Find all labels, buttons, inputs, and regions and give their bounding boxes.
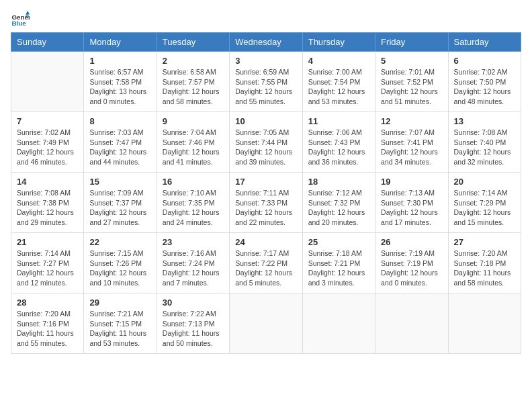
calendar-cell: 7Sunrise: 7:02 AMSunset: 7:49 PMDaylight… xyxy=(11,112,84,173)
calendar-cell: 16Sunrise: 7:10 AMSunset: 7:35 PMDayligh… xyxy=(157,173,229,233)
calendar-cell: 25Sunrise: 7:18 AMSunset: 7:21 PMDayligh… xyxy=(302,233,375,293)
day-info: Sunrise: 7:11 AMSunset: 7:33 PMDaylight:… xyxy=(235,188,296,228)
calendar-cell: 10Sunrise: 7:05 AMSunset: 7:44 PMDayligh… xyxy=(230,112,302,173)
day-number: 27 xyxy=(454,237,515,247)
day-info: Sunrise: 7:08 AMSunset: 7:40 PMDaylight:… xyxy=(454,128,515,167)
day-number: 18 xyxy=(308,177,369,187)
day-info: Sunrise: 7:04 AMSunset: 7:46 PMDaylight:… xyxy=(163,128,224,167)
day-info: Sunrise: 7:08 AMSunset: 7:38 PMDaylight:… xyxy=(17,188,78,228)
calendar-cell: 2Sunrise: 6:58 AMSunset: 7:57 PMDaylight… xyxy=(157,52,229,112)
weekday-header-monday: Monday xyxy=(84,33,157,52)
day-number: 10 xyxy=(235,116,296,126)
day-info: Sunrise: 7:01 AMSunset: 7:52 PMDaylight:… xyxy=(381,67,442,107)
day-info: Sunrise: 7:14 AMSunset: 7:29 PMDaylight:… xyxy=(454,188,515,228)
day-number: 29 xyxy=(89,298,150,308)
day-number: 25 xyxy=(308,237,369,247)
day-info: Sunrise: 7:00 AMSunset: 7:54 PMDaylight:… xyxy=(308,67,369,107)
calendar-cell: 6Sunrise: 7:02 AMSunset: 7:50 PMDaylight… xyxy=(448,52,521,112)
day-info: Sunrise: 6:59 AMSunset: 7:55 PMDaylight:… xyxy=(235,67,296,107)
day-info: Sunrise: 7:20 AMSunset: 7:18 PMDaylight:… xyxy=(454,248,515,288)
calendar-cell: 23Sunrise: 7:16 AMSunset: 7:24 PMDayligh… xyxy=(157,233,229,293)
day-info: Sunrise: 7:22 AMSunset: 7:13 PMDaylight:… xyxy=(163,309,224,349)
calendar-cell: 11Sunrise: 7:06 AMSunset: 7:43 PMDayligh… xyxy=(302,112,375,173)
week-row-1: 1Sunrise: 6:57 AMSunset: 7:58 PMDaylight… xyxy=(11,52,521,112)
day-number: 1 xyxy=(89,56,150,66)
day-info: Sunrise: 7:02 AMSunset: 7:49 PMDaylight:… xyxy=(17,128,78,167)
day-number: 5 xyxy=(381,56,442,66)
calendar-cell: 22Sunrise: 7:15 AMSunset: 7:26 PMDayligh… xyxy=(84,233,157,293)
day-info: Sunrise: 7:14 AMSunset: 7:27 PMDaylight:… xyxy=(17,248,78,288)
week-row-5: 28Sunrise: 7:20 AMSunset: 7:16 PMDayligh… xyxy=(11,293,521,354)
calendar-cell: 29Sunrise: 7:21 AMSunset: 7:15 PMDayligh… xyxy=(84,293,157,354)
day-number: 21 xyxy=(17,237,78,247)
day-info: Sunrise: 7:13 AMSunset: 7:30 PMDaylight:… xyxy=(381,188,442,228)
calendar-cell xyxy=(448,293,521,354)
calendar-cell: 12Sunrise: 7:07 AMSunset: 7:41 PMDayligh… xyxy=(375,112,448,173)
day-info: Sunrise: 7:18 AMSunset: 7:21 PMDaylight:… xyxy=(308,248,369,288)
week-row-3: 14Sunrise: 7:08 AMSunset: 7:38 PMDayligh… xyxy=(11,173,521,233)
svg-text:Blue: Blue xyxy=(11,19,26,27)
day-number: 9 xyxy=(163,116,224,126)
logo: General Blue xyxy=(11,11,32,30)
weekday-header-thursday: Thursday xyxy=(302,33,375,52)
day-number: 20 xyxy=(454,177,515,187)
weekday-header-tuesday: Tuesday xyxy=(157,33,229,52)
day-info: Sunrise: 7:21 AMSunset: 7:15 PMDaylight:… xyxy=(89,309,150,349)
day-info: Sunrise: 6:58 AMSunset: 7:57 PMDaylight:… xyxy=(163,67,224,107)
day-info: Sunrise: 7:16 AMSunset: 7:24 PMDaylight:… xyxy=(163,248,224,288)
calendar-cell: 15Sunrise: 7:09 AMSunset: 7:37 PMDayligh… xyxy=(84,173,157,233)
calendar-cell: 5Sunrise: 7:01 AMSunset: 7:52 PMDaylight… xyxy=(375,52,448,112)
day-number: 22 xyxy=(89,237,150,247)
day-info: Sunrise: 7:10 AMSunset: 7:35 PMDaylight:… xyxy=(163,188,224,228)
day-info: Sunrise: 7:03 AMSunset: 7:47 PMDaylight:… xyxy=(89,128,150,167)
calendar-cell: 1Sunrise: 6:57 AMSunset: 7:58 PMDaylight… xyxy=(84,52,157,112)
day-number: 16 xyxy=(163,177,224,187)
calendar-cell: 19Sunrise: 7:13 AMSunset: 7:30 PMDayligh… xyxy=(375,173,448,233)
day-info: Sunrise: 7:07 AMSunset: 7:41 PMDaylight:… xyxy=(381,128,442,167)
calendar-cell: 26Sunrise: 7:19 AMSunset: 7:19 PMDayligh… xyxy=(375,233,448,293)
calendar-cell xyxy=(11,52,84,112)
calendar-cell xyxy=(375,293,448,354)
day-number: 2 xyxy=(163,56,224,66)
day-info: Sunrise: 7:19 AMSunset: 7:19 PMDaylight:… xyxy=(381,248,442,288)
day-info: Sunrise: 7:15 AMSunset: 7:26 PMDaylight:… xyxy=(89,248,150,288)
calendar-cell: 27Sunrise: 7:20 AMSunset: 7:18 PMDayligh… xyxy=(448,233,521,293)
day-number: 17 xyxy=(235,177,296,187)
day-number: 24 xyxy=(235,237,296,247)
day-info: Sunrise: 6:57 AMSunset: 7:58 PMDaylight:… xyxy=(89,67,150,107)
day-number: 15 xyxy=(89,177,150,187)
weekday-header-friday: Friday xyxy=(375,33,448,52)
day-info: Sunrise: 7:02 AMSunset: 7:50 PMDaylight:… xyxy=(454,67,515,107)
calendar-cell: 28Sunrise: 7:20 AMSunset: 7:16 PMDayligh… xyxy=(11,293,84,354)
day-number: 12 xyxy=(381,116,442,126)
day-number: 6 xyxy=(454,56,515,66)
calendar-cell: 14Sunrise: 7:08 AMSunset: 7:38 PMDayligh… xyxy=(11,173,84,233)
day-number: 7 xyxy=(17,116,78,126)
day-info: Sunrise: 7:12 AMSunset: 7:32 PMDaylight:… xyxy=(308,188,369,228)
day-number: 30 xyxy=(163,298,224,308)
logo-icon: General Blue xyxy=(11,11,30,30)
day-number: 28 xyxy=(17,298,78,308)
calendar-cell xyxy=(302,293,375,354)
calendar-cell: 24Sunrise: 7:17 AMSunset: 7:22 PMDayligh… xyxy=(230,233,302,293)
calendar-cell: 20Sunrise: 7:14 AMSunset: 7:29 PMDayligh… xyxy=(448,173,521,233)
day-number: 23 xyxy=(163,237,224,247)
weekday-header-sunday: Sunday xyxy=(11,33,84,52)
day-number: 19 xyxy=(381,177,442,187)
calendar-cell xyxy=(230,293,302,354)
day-info: Sunrise: 7:05 AMSunset: 7:44 PMDaylight:… xyxy=(235,128,296,167)
calendar-cell: 21Sunrise: 7:14 AMSunset: 7:27 PMDayligh… xyxy=(11,233,84,293)
weekday-header-wednesday: Wednesday xyxy=(230,33,302,52)
day-info: Sunrise: 7:06 AMSunset: 7:43 PMDaylight:… xyxy=(308,128,369,167)
calendar-cell: 18Sunrise: 7:12 AMSunset: 7:32 PMDayligh… xyxy=(302,173,375,233)
day-info: Sunrise: 7:09 AMSunset: 7:37 PMDaylight:… xyxy=(89,188,150,228)
day-number: 11 xyxy=(308,116,369,126)
calendar-cell: 4Sunrise: 7:00 AMSunset: 7:54 PMDaylight… xyxy=(302,52,375,112)
calendar-cell: 8Sunrise: 7:03 AMSunset: 7:47 PMDaylight… xyxy=(84,112,157,173)
weekday-header-saturday: Saturday xyxy=(448,33,521,52)
calendar-table: SundayMondayTuesdayWednesdayThursdayFrid… xyxy=(11,32,521,354)
week-row-4: 21Sunrise: 7:14 AMSunset: 7:27 PMDayligh… xyxy=(11,233,521,293)
calendar-cell: 9Sunrise: 7:04 AMSunset: 7:46 PMDaylight… xyxy=(157,112,229,173)
day-number: 8 xyxy=(89,116,150,126)
day-number: 13 xyxy=(454,116,515,126)
